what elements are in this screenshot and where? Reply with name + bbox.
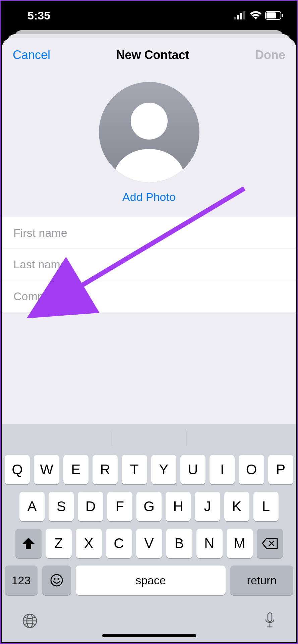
cancel-button[interactable]: Cancel: [13, 48, 50, 62]
done-button[interactable]: Done: [255, 48, 285, 62]
key-w[interactable]: W: [34, 455, 59, 484]
svg-point-9: [58, 578, 60, 580]
key-v[interactable]: V: [136, 529, 162, 558]
svg-rect-6: [282, 14, 283, 17]
page-title: New Contact: [116, 48, 189, 62]
svg-rect-13: [268, 613, 272, 622]
numbers-key[interactable]: 123: [5, 566, 38, 595]
person-icon: [131, 103, 168, 140]
backspace-key[interactable]: [257, 529, 283, 558]
shift-icon: [22, 537, 35, 550]
nav-bar: Cancel New Contact Done: [2, 38, 296, 72]
key-q[interactable]: Q: [5, 455, 30, 484]
first-name-row[interactable]: [2, 217, 296, 249]
keyboard-row-3: Z X C V B N M: [5, 529, 293, 558]
cellular-icon: [234, 11, 246, 19]
add-photo-button[interactable]: Add Photo: [122, 191, 176, 204]
svg-point-8: [54, 578, 56, 580]
return-key[interactable]: return: [230, 566, 293, 595]
globe-icon[interactable]: [21, 612, 38, 629]
key-p[interactable]: P: [268, 455, 293, 484]
photo-area: Add Photo: [2, 72, 296, 217]
status-time: 5:35: [27, 9, 50, 22]
svg-rect-1: [237, 15, 239, 19]
key-c[interactable]: C: [106, 529, 132, 558]
keyboard-row-4: 123 space return: [5, 566, 293, 595]
key-b[interactable]: B: [166, 529, 192, 558]
key-i[interactable]: I: [210, 455, 235, 484]
keyboard: Q W E R T Y U I O P A S D F G H J K L Z: [2, 424, 296, 642]
svg-rect-2: [240, 13, 242, 19]
keyboard-row-1: Q W E R T Y U I O P: [5, 455, 293, 484]
svg-rect-5: [266, 12, 276, 18]
avatar-placeholder[interactable]: [99, 82, 199, 182]
key-x[interactable]: X: [76, 529, 102, 558]
dictation-icon[interactable]: [263, 611, 277, 630]
key-l[interactable]: L: [253, 492, 279, 521]
emoji-icon: [50, 574, 63, 587]
shift-key[interactable]: [15, 529, 42, 558]
key-g[interactable]: G: [136, 492, 162, 521]
key-s[interactable]: S: [49, 492, 74, 521]
name-fields-group: [2, 217, 296, 312]
key-n[interactable]: N: [196, 529, 223, 558]
emoji-key[interactable]: [42, 566, 71, 595]
wifi-icon: [250, 11, 262, 20]
company-row[interactable]: [2, 280, 296, 312]
key-m[interactable]: M: [227, 529, 253, 558]
keyboard-row-2: A S D F G H J K L: [5, 492, 293, 521]
key-r[interactable]: R: [93, 455, 118, 484]
backspace-icon: [262, 538, 278, 549]
key-a[interactable]: A: [19, 492, 45, 521]
new-contact-sheet: Cancel New Contact Done Add Photo Q W E: [2, 38, 296, 642]
key-k[interactable]: K: [224, 492, 249, 521]
svg-rect-3: [243, 11, 245, 19]
svg-rect-0: [234, 17, 236, 19]
person-icon: [114, 149, 184, 182]
key-e[interactable]: E: [63, 455, 88, 484]
home-indicator[interactable]: [102, 634, 196, 637]
space-key[interactable]: space: [76, 566, 226, 595]
first-name-input[interactable]: [13, 226, 285, 239]
svg-point-7: [51, 575, 62, 586]
battery-icon: [265, 11, 284, 20]
status-icons: [234, 11, 284, 20]
key-u[interactable]: U: [180, 455, 205, 484]
key-j[interactable]: J: [195, 492, 220, 521]
status-bar: 5:35: [1, 1, 297, 30]
last-name-row[interactable]: [2, 249, 296, 280]
last-name-input[interactable]: [13, 258, 285, 271]
key-o[interactable]: O: [239, 455, 264, 484]
suggestion-bar[interactable]: [5, 429, 293, 447]
key-y[interactable]: Y: [151, 455, 176, 484]
company-input[interactable]: [13, 290, 285, 303]
key-t[interactable]: T: [122, 455, 147, 484]
key-z[interactable]: Z: [46, 529, 72, 558]
key-d[interactable]: D: [78, 492, 103, 521]
key-f[interactable]: F: [107, 492, 132, 521]
key-h[interactable]: H: [166, 492, 191, 521]
